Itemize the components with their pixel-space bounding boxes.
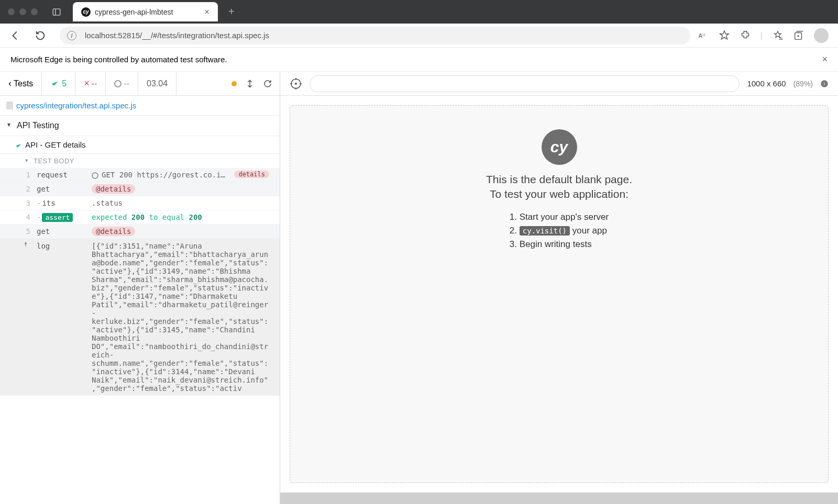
url-bar[interactable]: i localhost:52815/__/#/tests/integration… <box>60 27 690 44</box>
file-icon <box>6 102 13 109</box>
pin-icon <box>22 241 29 249</box>
pending-circle-icon <box>92 172 98 179</box>
browser-tab[interactable]: cy cypress-gen-api-lmbtest × <box>73 2 218 21</box>
favorites-icon[interactable] <box>719 30 730 41</box>
details-pill: details <box>234 171 269 178</box>
command-row[interactable]: 3 -its .status <box>0 196 280 210</box>
rerun-icon[interactable] <box>263 79 272 88</box>
duration: 03.04 <box>138 72 177 95</box>
cypress-favicon: cy <box>81 7 91 17</box>
aut-header: 1000 x 660 (89%) i <box>280 72 838 96</box>
pending-count: -- <box>106 72 138 95</box>
notice-close-icon[interactable]: × <box>822 54 828 65</box>
traffic-max[interactable] <box>31 8 38 15</box>
svg-text:A⁾⁾: A⁾⁾ <box>699 32 705 38</box>
cypress-logo-icon: cy <box>542 129 577 165</box>
command-row[interactable]: 2 get @details <box>0 182 280 196</box>
extensions-icon[interactable] <box>740 30 751 41</box>
test-row[interactable]: API - GET details <box>0 136 280 154</box>
runner-header: ‹Tests 5 ×-- -- 03.04 <box>0 72 280 96</box>
command-row[interactable]: 1 request GET 200 https://gorest.co.i…de… <box>0 168 280 182</box>
automation-notice: Microsoft Edge is being controlled by au… <box>0 48 838 72</box>
selector-playground-icon[interactable] <box>290 77 302 90</box>
test-body-label[interactable]: TEST BODY <box>0 154 280 168</box>
title-bar: cy cypress-gen-api-lmbtest × + <box>0 0 838 24</box>
suite-title[interactable]: API Testing <box>0 116 280 136</box>
read-aloud-icon[interactable]: A⁾⁾ <box>698 30 709 41</box>
favorites-list-icon[interactable] <box>772 30 784 41</box>
auto-scroll-icon[interactable] <box>245 79 255 88</box>
command-row[interactable]: 5 get @details <box>0 225 280 239</box>
tab-overview-icon[interactable] <box>52 7 61 17</box>
blank-page-heading: This is the default blank page. <box>486 173 632 186</box>
traffic-min[interactable] <box>19 8 26 15</box>
check-icon <box>15 142 23 150</box>
viewport-dims[interactable]: 1000 x 660 <box>747 79 786 88</box>
traffic-close[interactable] <box>8 8 15 15</box>
close-tab-icon[interactable]: × <box>204 7 209 17</box>
command-row[interactable]: 4 -assert expected 200 to equal 200 <box>0 210 280 225</box>
back-icon[interactable] <box>9 30 21 41</box>
viewport-scale: (89%) <box>793 80 813 88</box>
blank-page-subheading: To test your web application: <box>490 188 629 200</box>
scroll-gutter <box>280 492 838 504</box>
svg-rect-0 <box>53 9 60 15</box>
site-info-icon[interactable]: i <box>67 31 76 40</box>
command-log[interactable]: 1 request GET 200 https://gorest.co.i…de… <box>0 168 280 504</box>
command-log-row[interactable]: log [{"id":3151,"name":"Aruna Bhattachar… <box>0 239 280 396</box>
svg-text:i: i <box>824 81 825 86</box>
spec-file-link[interactable]: cypress/integration/test.api.spec.js <box>0 96 280 116</box>
aut-url-input[interactable] <box>310 75 740 92</box>
status-dot-icon <box>231 81 237 86</box>
svg-point-10 <box>295 83 297 85</box>
info-icon[interactable]: i <box>820 80 829 88</box>
blank-page-steps: 1. Start your app's server 2. cy.visit()… <box>510 212 609 253</box>
aut-panel: 1000 x 660 (89%) i cy This is the defaul… <box>280 72 838 504</box>
url-text: localhost:52815/__/#/tests/integration/t… <box>85 31 269 40</box>
failed-count: ×-- <box>75 72 106 95</box>
collections-icon[interactable] <box>793 30 804 41</box>
profile-avatar[interactable] <box>814 28 829 43</box>
aut-iframe: cy This is the default blank page. To te… <box>290 105 829 483</box>
passed-count: 5 <box>42 72 75 95</box>
reload-icon[interactable] <box>35 30 46 41</box>
tab-title: cypress-gen-api-lmbtest <box>95 8 173 16</box>
new-tab-button[interactable]: + <box>224 5 239 19</box>
notice-text: Microsoft Edge is being controlled by au… <box>10 55 227 64</box>
tests-back-button[interactable]: ‹Tests <box>0 72 42 95</box>
nav-bar: i localhost:52815/__/#/tests/integration… <box>0 24 838 48</box>
cypress-reporter-panel: ‹Tests 5 ×-- -- 03.04 cypress/integratio… <box>0 72 280 504</box>
